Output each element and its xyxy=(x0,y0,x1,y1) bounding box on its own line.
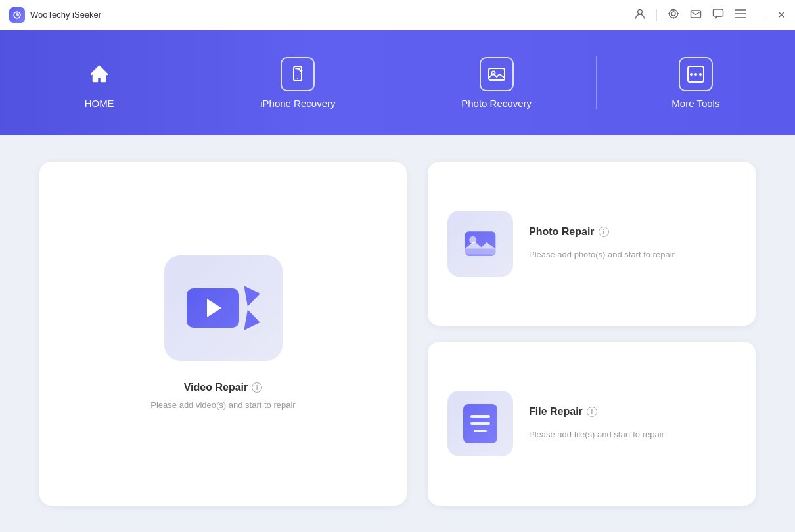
svg-point-16 xyxy=(690,73,693,76)
svg-point-2 xyxy=(671,12,675,16)
app-title: WooTechy iSeeker xyxy=(30,10,101,20)
right-cards: Photo Repair i Please add photo(s) and s… xyxy=(428,162,756,506)
video-bottom-triangle xyxy=(244,310,261,333)
file-repair-desc: Please add file(s) and start to repair xyxy=(529,428,664,441)
photo-repair-icon-wrap xyxy=(447,211,513,277)
video-repair-card[interactable]: Video Repair i Please add video(s) and s… xyxy=(39,162,407,506)
home-label: HOME xyxy=(85,98,114,109)
svg-point-13 xyxy=(297,78,298,79)
video-repair-info-icon[interactable]: i xyxy=(252,382,262,393)
menu-icon[interactable] xyxy=(735,9,746,20)
photo-repair-text: Photo Repair i Please add photo(s) and s… xyxy=(529,226,675,261)
profile-icon[interactable] xyxy=(634,8,646,22)
home-icon-box xyxy=(82,57,116,91)
nav-item-iphone-recovery[interactable]: iPhone Recovery xyxy=(198,30,397,135)
file-line-1 xyxy=(470,415,490,418)
video-top-triangle xyxy=(244,284,261,307)
file-rect-icon xyxy=(463,404,497,443)
video-repair-desc: Please add video(s) and start to repair xyxy=(150,399,295,412)
file-line-3 xyxy=(474,430,487,432)
video-repair-title: Video Repair i xyxy=(184,382,263,393)
more-tools-icon-box xyxy=(679,57,713,91)
play-triangle xyxy=(207,299,221,317)
separator xyxy=(656,9,657,21)
title-bar: WooTechy iSeeker xyxy=(0,0,795,30)
more-tools-label: More Tools xyxy=(671,98,719,109)
photo-recovery-label: Photo Recovery xyxy=(461,98,532,109)
iphone-recovery-label: iPhone Recovery xyxy=(260,98,335,109)
svg-point-18 xyxy=(699,73,702,76)
main-content: Video Repair i Please add video(s) and s… xyxy=(0,135,795,532)
file-repair-title: File Repair i xyxy=(529,406,664,418)
chat-icon[interactable] xyxy=(712,8,724,22)
iphone-recovery-icon-box xyxy=(281,57,315,91)
file-repair-icon-wrap xyxy=(447,391,513,456)
svg-point-0 xyxy=(638,10,643,14)
svg-point-1 xyxy=(670,10,678,18)
file-repair-text: File Repair i Please add file(s) and sta… xyxy=(529,406,664,441)
title-bar-right: — ✕ xyxy=(634,8,786,22)
nav-item-photo-recovery[interactable]: Photo Recovery xyxy=(398,30,596,135)
file-repair-info-icon[interactable]: i xyxy=(587,407,597,417)
nav-item-home[interactable]: HOME xyxy=(0,30,198,135)
video-icon-wrap xyxy=(164,255,283,361)
photo-repair-info-icon[interactable]: i xyxy=(599,227,609,237)
nav-bar: HOME iPhone Recovery Photo Recovery xyxy=(0,30,795,135)
photo-recovery-icon-box xyxy=(480,57,514,91)
svg-rect-7 xyxy=(691,11,701,18)
file-repair-card[interactable]: File Repair i Please add file(s) and sta… xyxy=(428,342,756,506)
minimize-button[interactable]: — xyxy=(757,9,767,20)
title-bar-left: WooTechy iSeeker xyxy=(9,7,634,23)
nav-item-more-tools[interactable]: More Tools xyxy=(597,30,795,135)
photo-repair-desc: Please add photo(s) and start to repair xyxy=(529,248,675,261)
target-icon[interactable] xyxy=(668,8,679,22)
video-rect xyxy=(187,288,239,328)
svg-rect-8 xyxy=(714,9,723,16)
file-line-2 xyxy=(470,422,490,425)
app-icon xyxy=(9,7,25,23)
photo-repair-card[interactable]: Photo Repair i Please add photo(s) and s… xyxy=(428,162,756,326)
video-camera-icon xyxy=(187,284,260,332)
close-button[interactable]: ✕ xyxy=(777,9,786,21)
svg-point-17 xyxy=(694,73,697,76)
svg-rect-14 xyxy=(489,68,505,80)
photo-repair-icon xyxy=(462,225,499,262)
photo-repair-title: Photo Repair i xyxy=(529,226,675,238)
mail-icon[interactable] xyxy=(690,8,702,22)
